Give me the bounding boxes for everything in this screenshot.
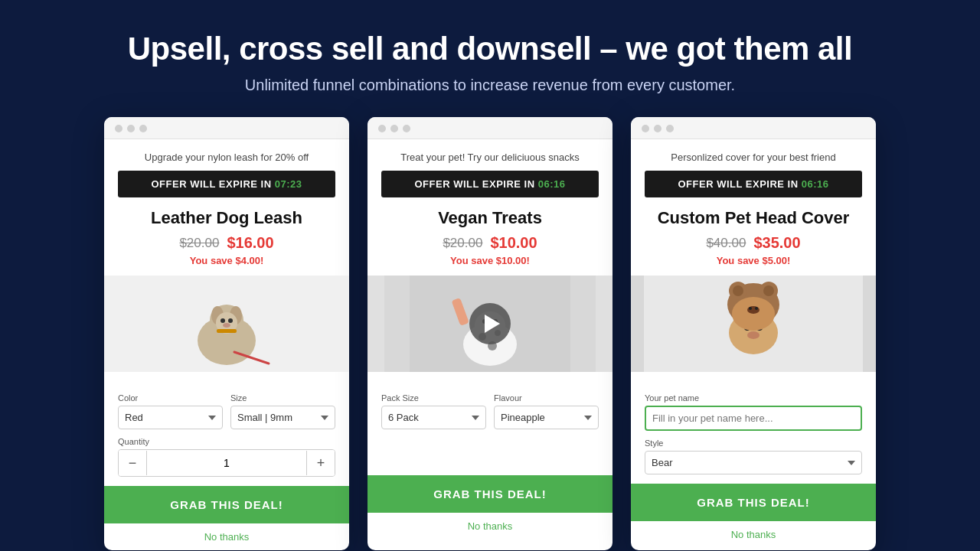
cover-side-right — [863, 276, 876, 372]
svg-rect-10 — [217, 329, 237, 333]
cover-name-input[interactable] — [645, 406, 862, 431]
leash-form: Color Red Size Small | 9mm Quantity — [104, 372, 349, 477]
vegan-tagline: Treat your pet! Try our deliciuous snack… — [381, 152, 599, 163]
card-chrome-leash — [104, 117, 349, 139]
chrome-dot-2 — [127, 125, 135, 132]
chrome-dot-6 — [403, 125, 410, 132]
leash-qty-plus[interactable]: + — [307, 450, 335, 476]
cover-price-sale: $35.00 — [753, 234, 800, 252]
leash-price-row: $20.00 $16.00 — [118, 234, 335, 252]
leash-no-thanks[interactable]: No thanks — [104, 523, 349, 550]
cover-price-row: $40.00 $35.00 — [645, 234, 862, 252]
hero-title: Upsell, cross sell and downsell – we got… — [128, 31, 852, 67]
leash-qty-value: 1 — [146, 451, 307, 475]
cover-image-area — [631, 276, 876, 372]
leash-quantity-control: − 1 + — [118, 449, 335, 477]
card-cover: Personlized cover for your best friend O… — [631, 117, 876, 550]
cover-product-title: Custom Pet Head Cover — [645, 208, 862, 228]
leash-price-original: $20.00 — [179, 236, 219, 251]
vegan-pack-label: Pack Size — [381, 393, 486, 403]
leash-product-title: Leather Dog Leash — [118, 208, 335, 228]
chrome-dot-5 — [390, 125, 398, 132]
vegan-cta-button[interactable]: GRAB THIS DEAL! — [368, 475, 612, 513]
cover-price-save: You save $5.00! — [645, 255, 862, 266]
vegan-price-save: You save $10.00! — [381, 255, 599, 266]
leash-price-sale: $16.00 — [227, 234, 273, 252]
leash-color-size-row: Color Red Size Small | 9mm — [118, 393, 335, 429]
leash-color-select[interactable]: Red — [118, 406, 223, 429]
leash-qty-minus[interactable]: − — [119, 450, 146, 476]
svg-point-8 — [223, 323, 230, 328]
chrome-dot-7 — [642, 125, 649, 132]
vegan-flavour-select[interactable]: Pineapple — [494, 406, 599, 429]
cover-side-left — [631, 276, 644, 372]
vegan-price-sale: $10.00 — [490, 234, 537, 252]
vegan-offer-bar: OFFER WILL EXPIRE IN 06:16 — [381, 171, 599, 197]
vegan-flavour-group: Flavour Pineapple — [494, 393, 599, 429]
cover-form: Your pet name Style Bear — [631, 372, 876, 474]
cover-no-thanks[interactable]: No thanks — [631, 521, 876, 548]
vegan-no-thanks[interactable]: No thanks — [368, 513, 612, 540]
cover-form-section: Your pet name Style Bear — [645, 384, 862, 474]
card-chrome-vegan — [368, 117, 612, 139]
cover-timer: 06:16 — [802, 178, 829, 190]
svg-point-32 — [747, 306, 760, 314]
vegan-form: Pack Size 6 Pack Flavour Pineapple — [368, 372, 612, 429]
chrome-dot-3 — [139, 125, 147, 132]
cover-cta-button[interactable]: GRAB THIS DEAL! — [631, 484, 876, 521]
vegan-product-title: Vegan Treats — [381, 208, 599, 228]
cards-container: Upgrade your nylon leash for 20% off OFF… — [0, 117, 980, 550]
leash-color-label: Color — [118, 393, 223, 403]
cover-name-label: Your pet name — [645, 393, 862, 403]
cover-style-label: Style — [645, 439, 862, 448]
vegan-play-button[interactable] — [469, 303, 511, 344]
vegan-timer: 06:16 — [538, 178, 566, 190]
leash-product-image — [116, 276, 338, 372]
chrome-dot-8 — [654, 125, 662, 132]
vegan-price-original: $20.00 — [443, 236, 482, 251]
svg-point-33 — [749, 307, 752, 310]
leash-size-label: Size — [230, 393, 335, 403]
chrome-dot-1 — [115, 125, 122, 132]
cover-offer-bar: OFFER WILL EXPIRE IN 06:16 — [645, 171, 862, 197]
cover-style-group: Style Bear — [645, 439, 862, 474]
hero-section: Upsell, cross sell and downsell – we got… — [113, 0, 867, 117]
svg-point-26 — [763, 285, 774, 296]
vegan-price-row: $20.00 $10.00 — [381, 234, 599, 252]
chrome-dot-4 — [378, 125, 386, 132]
svg-point-30 — [747, 331, 760, 339]
leash-image-area — [104, 276, 349, 372]
leash-tagline: Upgrade your nylon leash for 20% off — [118, 152, 335, 163]
cover-product-image — [669, 276, 838, 372]
vegan-spacer — [368, 437, 612, 475]
leash-price-save: You save $4.00! — [118, 255, 335, 266]
leash-offer-bar: OFFER WILL EXPIRE IN 07:23 — [118, 171, 335, 197]
leash-form-section: Color Red Size Small | 9mm Quantity — [118, 384, 335, 477]
svg-point-34 — [755, 307, 758, 310]
card-body-vegan: Treat your pet! Try our deliciuous snack… — [368, 139, 612, 266]
leash-quantity-row: Quantity − 1 + — [118, 437, 335, 477]
vegan-side-left — [368, 276, 384, 372]
vegan-pack-group: Pack Size 6 Pack — [381, 393, 486, 429]
vegan-image-area — [368, 276, 612, 372]
card-chrome-cover — [631, 117, 876, 139]
hero-subtitle: Unlimited funnel combinations to increas… — [128, 77, 852, 94]
leash-cta-button[interactable]: GRAB THIS DEAL! — [104, 486, 349, 523]
leash-timer: 07:23 — [275, 178, 302, 190]
cover-tagline: Personlized cover for your best friend — [645, 152, 862, 163]
leash-color-group: Color Red — [118, 393, 223, 429]
vegan-form-section: Pack Size 6 Pack Flavour Pineapple — [381, 384, 599, 429]
card-body-cover: Personlized cover for your best friend O… — [631, 139, 876, 266]
cover-name-group: Your pet name — [645, 393, 862, 431]
vegan-side-right — [596, 276, 612, 372]
cover-price-original: $40.00 — [706, 236, 746, 251]
cover-style-select[interactable]: Bear — [645, 451, 862, 474]
card-body-leash: Upgrade your nylon leash for 20% off OFF… — [104, 139, 349, 266]
vegan-pack-select[interactable]: 6 Pack — [381, 406, 486, 429]
vegan-flavour-label: Flavour — [494, 393, 599, 403]
chrome-dot-9 — [666, 125, 674, 132]
card-leash: Upgrade your nylon leash for 20% off OFF… — [104, 117, 349, 550]
svg-point-6 — [220, 318, 225, 323]
svg-point-7 — [228, 318, 233, 323]
leash-size-select[interactable]: Small | 9mm — [230, 406, 335, 429]
